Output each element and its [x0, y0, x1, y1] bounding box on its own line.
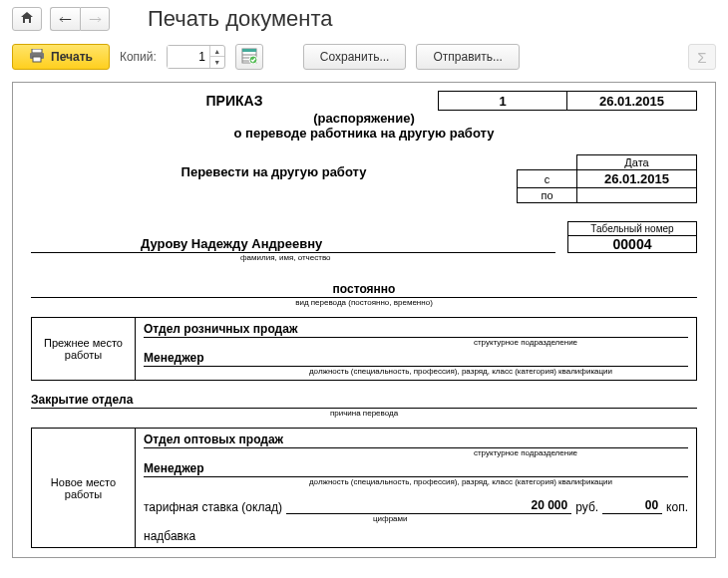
print-button[interactable]: Печать — [12, 44, 110, 70]
copies-label: Копий: — [120, 50, 157, 64]
order-title: ПРИКАЗ — [31, 93, 438, 109]
sigma-icon: Σ — [697, 49, 706, 66]
home-button[interactable] — [12, 7, 42, 31]
arrow-left-icon: 🡐 — [59, 12, 72, 27]
new-position: Менеджер — [144, 461, 688, 477]
perm-sub: вид перевода (постоянно, временно) — [31, 298, 697, 307]
print-button-label: Печать — [51, 50, 93, 64]
home-icon — [20, 11, 34, 27]
prev-dept-sub: структурное подразделение — [144, 338, 688, 347]
sum-button[interactable]: Σ — [688, 44, 716, 70]
svg-rect-2 — [33, 57, 41, 62]
perm-value: постоянно — [31, 282, 697, 298]
grid-icon — [241, 48, 257, 67]
order-number: 1 — [438, 91, 567, 111]
salary-rub-unit: руб. — [575, 500, 598, 514]
order-about: о переводе работника на другую работу — [31, 126, 697, 141]
svg-rect-0 — [32, 49, 42, 53]
new-dept-sub: структурное подразделение — [144, 448, 688, 457]
employee-sub: фамилия, имя, отчество — [31, 253, 697, 262]
copies-down[interactable]: ▼ — [210, 57, 224, 68]
new-position-sub: должность (специальность, профессия), ра… — [144, 477, 688, 486]
salary-rub: 20 000 — [286, 498, 571, 514]
prev-position: Менеджер — [144, 351, 688, 367]
closing-reason: Закрытие отдела — [31, 393, 697, 409]
send-button[interactable]: Отправить... — [416, 44, 520, 70]
transfer-title: Перевести на другую работу — [31, 154, 517, 179]
arrow-right-icon: 🡒 — [89, 12, 102, 27]
prev-place-label: Прежнее место работы — [31, 317, 135, 381]
copies-spinner[interactable]: ▲ ▼ — [167, 45, 225, 69]
prev-dept: Отдел розничных продаж — [144, 322, 688, 338]
row-from: с — [518, 170, 577, 188]
new-place-label: Новое место работы — [31, 428, 135, 548]
document-preview: ПРИКАЗ 1 26.01.2015 (распоряжение) о пер… — [12, 82, 716, 558]
page-title: Печать документа — [148, 6, 332, 32]
new-dept: Отдел оптовых продаж — [144, 433, 688, 448]
order-date: 26.01.2015 — [567, 91, 697, 111]
order-subtitle: (распоряжение) — [31, 111, 697, 126]
tabnum-head: Табельный номер — [567, 221, 697, 235]
template-picker-button[interactable] — [235, 44, 263, 70]
salary-kop: 00 — [602, 498, 662, 514]
save-button-label: Сохранить... — [320, 50, 390, 64]
bonus-label: надбавка — [144, 529, 195, 543]
salary-kop-unit: коп. — [666, 500, 688, 514]
save-button[interactable]: Сохранить... — [303, 44, 407, 70]
svg-rect-4 — [242, 49, 256, 52]
salary-label: тарифная ставка (оклад) — [144, 500, 282, 514]
nav-back-button[interactable]: 🡐 — [50, 7, 80, 31]
employee-name: Дурову Надежду Андреевну — [31, 236, 555, 253]
date-to — [577, 188, 697, 203]
nav-forward-button[interactable]: 🡒 — [80, 7, 110, 31]
prev-position-sub: должность (специальность, профессия), ра… — [144, 367, 688, 376]
copies-up[interactable]: ▲ — [210, 46, 224, 57]
tabnum-value: 00004 — [567, 235, 697, 253]
salary-sub: цифрами — [144, 514, 688, 523]
date-table: Дата с26.01.2015 по — [517, 154, 697, 203]
date-head: Дата — [577, 155, 697, 170]
copies-input[interactable] — [168, 46, 209, 68]
closing-sub: причина перевода — [31, 409, 697, 418]
send-button-label: Отправить... — [433, 50, 503, 64]
date-from: 26.01.2015 — [577, 170, 697, 188]
printer-icon — [29, 49, 45, 66]
row-to: по — [518, 188, 577, 203]
